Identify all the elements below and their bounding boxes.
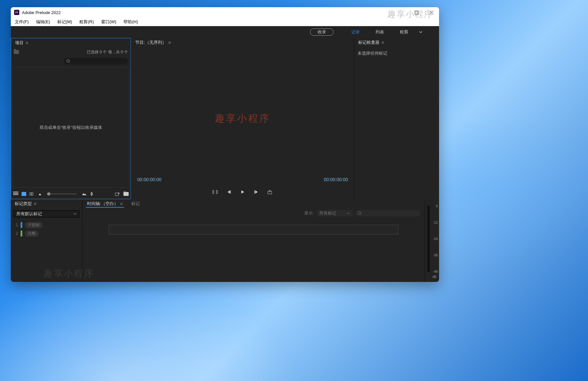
project-footer: [11, 189, 131, 199]
audio-level-track: [428, 206, 430, 272]
chevron-down-icon: [73, 212, 77, 216]
program-tab-label: 节目:（无序列）: [135, 40, 166, 45]
db-label: -48: [433, 270, 438, 273]
zoom-slider[interactable]: [47, 194, 77, 194]
minimize-button[interactable]: [394, 7, 409, 18]
marker-set-value: 所有默认标记: [16, 211, 42, 217]
svg-marker-11: [90, 194, 93, 196]
svg-marker-19: [241, 190, 244, 194]
marker-filter-dropdown[interactable]: 所有标记: [317, 210, 353, 216]
svg-marker-20: [255, 190, 258, 194]
new-item-button[interactable]: [115, 192, 120, 196]
workspace-overflow-button[interactable]: [419, 30, 423, 34]
search-icon: [358, 211, 362, 215]
menu-help[interactable]: 帮助(H): [122, 18, 139, 26]
watermark-center: 趣享小程序: [215, 112, 270, 125]
close-button[interactable]: [424, 7, 439, 18]
svg-rect-18: [230, 190, 231, 194]
marker-type-label: 注释: [25, 231, 39, 237]
timeline-panel: 时间轴:（空白） ≡ 标记 显示: 所有标记: [82, 199, 425, 282]
marker-type-label: 子剪辑: [25, 222, 43, 228]
marker-type-tab[interactable]: 标记类型 ≡: [13, 200, 38, 207]
timeline-tab[interactable]: 时间轴:（空白） ≡: [86, 200, 124, 208]
workspace-ingest-button[interactable]: 收录: [310, 28, 334, 36]
marker-inspector-panel: 标记检查器 ≡ 未选择任何标记: [354, 38, 439, 199]
marker-filter-value: 所有标记: [319, 210, 336, 216]
svg-marker-17: [228, 190, 230, 194]
workspace-tab-log[interactable]: 记录: [343, 26, 368, 38]
menu-window[interactable]: 窗口(W): [100, 18, 118, 26]
timeline-tab-label: 时间轴:（空白）: [87, 201, 118, 207]
db-label: -24: [433, 237, 438, 241]
marker-type-row-subclip[interactable]: 1 子剪辑: [13, 221, 80, 229]
marker-type-row-comment[interactable]: 2 注释: [13, 229, 80, 238]
menu-edit[interactable]: 编辑(E): [35, 18, 51, 26]
timeline-search-input[interactable]: [355, 210, 421, 216]
svg-rect-0: [415, 11, 418, 14]
project-search-input[interactable]: [64, 58, 128, 64]
play-button[interactable]: [240, 189, 246, 195]
sort-icon[interactable]: [90, 192, 94, 196]
svg-point-23: [358, 212, 361, 214]
timeline-track[interactable]: [109, 225, 398, 234]
app-icon: Pl: [14, 10, 19, 15]
marker-type-tab-label: 标记类型: [15, 201, 32, 207]
panel-menu-icon[interactable]: ≡: [34, 201, 36, 206]
project-panel: 项目 ≡ 已选择 0 个 项，共 0 个: [11, 38, 131, 199]
project-status-text: 已选择 0 个 项，共 0 个: [87, 49, 128, 55]
program-tab[interactable]: 节目:（无序列） ≡: [134, 39, 172, 46]
audio-db-labels: 0 -12 -24 -36 -48: [433, 204, 438, 273]
folder-icon[interactable]: [14, 50, 19, 54]
db-label: 0: [433, 204, 438, 208]
menu-roughcut[interactable]: 粗剪(R): [78, 18, 95, 26]
marker-inspector-tab[interactable]: 标记检查器 ≡: [357, 39, 385, 46]
zoom-in-icon[interactable]: [82, 192, 86, 196]
project-tab[interactable]: 项目 ≡: [14, 39, 29, 46]
export-frame-button[interactable]: [267, 189, 273, 195]
timeline-area[interactable]: [83, 218, 425, 282]
db-label: -12: [433, 221, 438, 224]
workspace-tab-roughcut[interactable]: 粗剪: [392, 26, 416, 38]
marker-set-dropdown[interactable]: 所有默认标记: [13, 210, 80, 217]
program-panel: 节目:（无序列） ≡ 趣享小程序 00:00:00:00 00:00:00:00: [131, 38, 354, 199]
zoom-out-icon[interactable]: [38, 192, 42, 196]
step-back-button[interactable]: [226, 189, 232, 195]
audio-meter-panel: 0 -12 -24 -36 -48 dB: [425, 199, 439, 282]
program-viewer[interactable]: 趣享小程序: [131, 47, 354, 177]
new-bin-button[interactable]: [123, 192, 129, 196]
row-number: 1: [13, 223, 18, 227]
step-forward-button[interactable]: [253, 189, 259, 195]
mark-in-out-icon[interactable]: [212, 189, 218, 195]
project-tab-label: 项目: [15, 40, 24, 46]
svg-marker-10: [90, 192, 93, 194]
svg-line-4: [69, 62, 70, 63]
workspace-tab-list[interactable]: 列表: [368, 26, 392, 38]
svg-rect-5: [30, 193, 31, 195]
timecode-left[interactable]: 00:00:00:00: [137, 177, 161, 182]
marker-inspector-empty: 未选择任何标记: [354, 47, 439, 60]
thumb-view-button[interactable]: [22, 192, 26, 196]
panel-menu-icon[interactable]: ≡: [26, 40, 28, 45]
menubar: 文件(F) 编辑(E) 标记(M) 粗剪(R) 窗口(W) 帮助(H): [11, 18, 439, 26]
db-unit: dB: [432, 275, 436, 279]
maximize-button[interactable]: [409, 7, 424, 18]
panel-menu-icon[interactable]: ≡: [381, 40, 384, 45]
list-view-button[interactable]: [13, 192, 18, 196]
app-title: Adobe Prelude 2022: [22, 10, 394, 15]
markers-tab[interactable]: 标记: [130, 200, 141, 207]
panel-menu-icon[interactable]: ≡: [120, 201, 123, 206]
project-empty-hint: 双击或单击"收录"按钮以收录媒体: [40, 125, 102, 130]
svg-rect-21: [254, 190, 255, 194]
menu-file[interactable]: 文件(F): [13, 18, 30, 26]
svg-point-3: [67, 60, 69, 62]
menu-marker[interactable]: 标记(M): [56, 18, 74, 26]
marker-inspector-tab-label: 标记检查器: [358, 40, 379, 45]
app-window: Pl Adobe Prelude 2022 趣享小程序 文件(F) 编辑(E) …: [11, 7, 439, 282]
svg-marker-7: [39, 193, 41, 195]
freeform-view-button[interactable]: [29, 192, 35, 196]
panel-menu-icon[interactable]: ≡: [168, 40, 171, 45]
chevron-down-icon: [347, 212, 350, 215]
timecode-right[interactable]: 00:00:00:00: [324, 177, 348, 182]
titlebar[interactable]: Pl Adobe Prelude 2022: [11, 7, 439, 18]
project-bin-area[interactable]: 双击或单击"收录"按钮以收录媒体: [12, 67, 129, 188]
